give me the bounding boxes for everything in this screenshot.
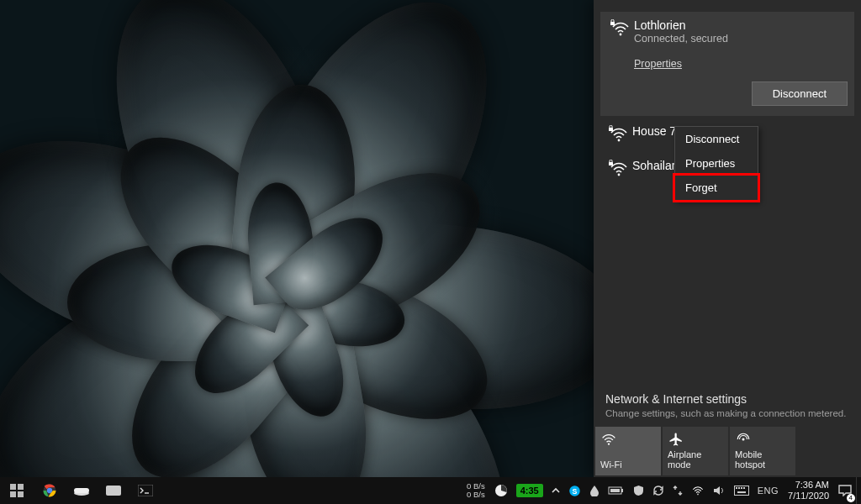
notification-count: 4 xyxy=(847,494,855,502)
network-item-connected[interactable]: Lothlorien Connected, secured Properties… xyxy=(600,12,854,116)
timer-value: 4:35 xyxy=(516,484,543,497)
svg-rect-5 xyxy=(609,162,613,165)
svg-rect-23 xyxy=(621,489,623,492)
svg-point-0 xyxy=(620,34,622,36)
svg-point-2 xyxy=(618,139,621,142)
network-flyout: Lothlorien Connected, secured Properties… xyxy=(594,0,861,477)
svg-rect-29 xyxy=(741,487,742,489)
svg-rect-30 xyxy=(743,487,745,489)
wifi-secured-icon xyxy=(605,124,632,144)
connected-status: Connected, secured xyxy=(634,33,848,45)
ctx-properties[interactable]: Properties xyxy=(675,151,758,176)
svg-rect-11 xyxy=(18,491,24,497)
svg-rect-28 xyxy=(738,487,740,489)
svg-rect-31 xyxy=(737,491,746,493)
taskbar: 0 B/s 0 B/s 4:35 S xyxy=(0,477,861,504)
network-settings-link[interactable]: Network & Internet settings Change setti… xyxy=(594,386,861,425)
show-desktop-button[interactable] xyxy=(856,477,861,504)
quick-action-tiles: Wi-Fi Airplane mode Mobile hotspot xyxy=(594,427,861,477)
airplane-icon xyxy=(668,432,723,449)
settings-title: Network & Internet settings xyxy=(605,392,849,406)
svg-rect-16 xyxy=(106,486,121,496)
system-tray: 0 B/s 0 B/s 4:35 S xyxy=(462,477,861,504)
netspeed-up: 0 B/s xyxy=(467,491,485,499)
connected-ssid: Lothlorien xyxy=(634,18,848,32)
svg-rect-24 xyxy=(610,489,620,492)
tile-airplane[interactable]: Airplane mode xyxy=(663,427,728,475)
start-button[interactable] xyxy=(0,477,34,504)
app-generic[interactable] xyxy=(98,477,129,504)
tile-label: Wi-Fi xyxy=(600,459,656,470)
ctx-forget[interactable]: Forget xyxy=(673,173,760,202)
svg-point-4 xyxy=(618,174,621,176)
tile-label: Airplane mode xyxy=(668,449,723,470)
tray-volume-icon[interactable] xyxy=(709,477,730,504)
svg-rect-10 xyxy=(10,491,16,497)
tray-timer[interactable]: 4:35 xyxy=(512,477,547,504)
tile-label: Mobile hotspot xyxy=(735,449,790,470)
hotspot-icon xyxy=(735,432,790,449)
tray-clock[interactable]: 7:36 AM 7/11/2020 xyxy=(783,477,834,504)
svg-rect-27 xyxy=(736,487,737,489)
tray-sync-icon[interactable] xyxy=(648,477,668,504)
disconnect-button[interactable]: Disconnect xyxy=(752,81,848,106)
svg-rect-9 xyxy=(18,484,24,490)
clock-time: 7:36 AM xyxy=(795,480,829,491)
svg-rect-17 xyxy=(138,485,153,496)
tray-droplet-icon[interactable] xyxy=(585,477,604,504)
tray-action-center-icon[interactable]: 4 xyxy=(834,477,856,504)
tray-pie-icon[interactable] xyxy=(490,477,512,504)
tray-netspeed[interactable]: 0 B/s 0 B/s xyxy=(462,477,490,504)
app-terminal[interactable] xyxy=(129,477,161,504)
svg-point-25 xyxy=(697,494,699,496)
tray-keyboard-icon[interactable] xyxy=(730,477,753,504)
svg-rect-8 xyxy=(10,484,16,490)
tray-wifi-icon[interactable] xyxy=(687,477,709,504)
wifi-icon xyxy=(600,432,656,449)
svg-rect-1 xyxy=(610,22,615,25)
tray-battery-icon[interactable] xyxy=(604,477,629,504)
tray-updown-icon[interactable] xyxy=(668,477,687,504)
ctx-disconnect[interactable]: Disconnect xyxy=(675,127,758,151)
tile-hotspot[interactable]: Mobile hotspot xyxy=(730,427,795,475)
tray-chevron-up-icon[interactable] xyxy=(547,477,564,504)
wifi-secured-icon xyxy=(607,18,634,106)
tray-skype-icon[interactable]: S xyxy=(564,477,585,504)
tray-shield-icon[interactable] xyxy=(629,477,648,504)
svg-rect-15 xyxy=(74,488,89,493)
properties-link[interactable]: Properties xyxy=(634,58,682,70)
svg-point-7 xyxy=(742,438,745,441)
clock-date: 7/11/2020 xyxy=(788,491,829,501)
app-chrome[interactable] xyxy=(34,477,66,504)
tray-language[interactable]: ENG xyxy=(753,477,783,504)
settings-subtitle: Change settings, such as making a connec… xyxy=(605,408,849,418)
wifi-secured-icon xyxy=(605,159,632,178)
svg-rect-3 xyxy=(609,128,613,131)
svg-point-6 xyxy=(608,444,610,445)
svg-text:S: S xyxy=(572,486,577,495)
app-drive[interactable] xyxy=(66,477,98,504)
network-context-menu: Disconnect Properties Forget xyxy=(674,126,758,201)
tile-wifi[interactable]: Wi-Fi xyxy=(595,427,661,475)
